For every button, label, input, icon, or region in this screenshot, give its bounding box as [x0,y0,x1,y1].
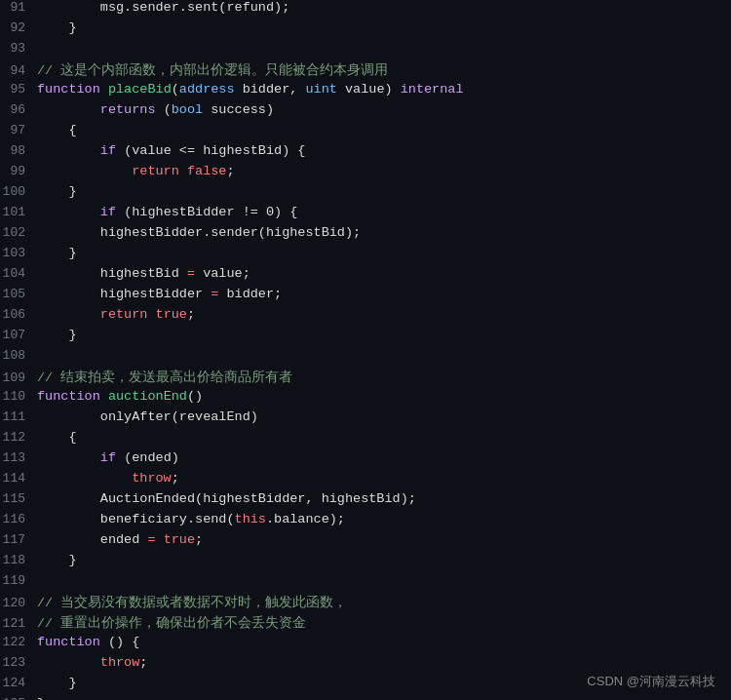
line-content: } [37,246,723,260]
line-content: AuctionEnded(highestBidder, highestBid); [37,491,723,506]
code-line: 106 return true; [0,307,731,328]
code-line: 109// 结束拍卖，发送最高出价给商品所有者 [0,369,731,389]
line-number: 116 [0,512,37,526]
line-number: 107 [0,328,37,342]
line-number: 114 [0,471,37,486]
code-line: 94// 这是个内部函数，内部出价逻辑。只能被合约本身调用 [0,61,731,82]
line-number: 110 [0,389,37,404]
line-content: highestBid = value; [37,266,723,281]
line-number: 119 [0,573,37,588]
code-line: 95function placeBid(address bidder, uint… [0,82,731,102]
line-number: 106 [0,307,37,322]
line-number: 108 [0,348,37,363]
code-line: 111 onlyAfter(revealEnd) [0,409,731,430]
line-content: { [37,430,723,445]
code-line: 100 } [0,184,731,205]
line-number: 103 [0,246,37,260]
line-number: 115 [0,491,37,506]
line-content: function placeBid(address bidder, uint v… [37,82,723,97]
code-line: 107 } [0,328,731,348]
line-content: } [37,184,723,199]
code-line: 122function () { [0,635,731,655]
line-number: 121 [0,616,37,631]
line-content: ended = true; [37,532,723,547]
code-line: 91 msg.sender.sent(refund); [0,0,731,20]
line-content: return false; [37,164,723,178]
line-content: if (highestBidder != 0) { [37,205,723,219]
line-number: 112 [0,430,37,445]
line-content: } [37,328,723,342]
line-content: returns (bool success) [37,102,723,117]
line-content: function () { [37,635,723,649]
code-line: 119 [0,573,731,594]
line-content: throw; [37,655,723,670]
line-number: 93 [0,41,37,56]
code-line: 117 ended = true; [0,532,731,553]
line-content: // 当交易没有数据或者数据不对时，触发此函数， [37,594,723,611]
line-content: msg.sender.sent(refund); [37,0,723,15]
code-line: 113 if (ended) [0,450,731,471]
line-number: 92 [0,20,37,35]
line-number: 96 [0,102,37,117]
line-number: 117 [0,532,37,547]
code-line: 105 highestBidder = bidder; [0,287,731,307]
line-number: 123 [0,655,37,670]
code-line: 98 if (value <= highestBid) { [0,143,731,164]
line-content: { [37,123,723,137]
code-line: 112 { [0,430,731,450]
line-number: 109 [0,370,37,385]
line-number: 99 [0,164,37,178]
line-content: function auctionEnd() [37,389,723,404]
code-line: 125} [0,696,731,700]
line-number: 124 [0,676,37,690]
code-line: 104 highestBid = value; [0,266,731,287]
line-content: } [37,553,723,567]
code-editor: 91 msg.sender.sent(refund);92 }9394// 这是… [0,0,731,700]
code-content: 91 msg.sender.sent(refund);92 }9394// 这是… [0,0,731,700]
line-number: 105 [0,287,37,301]
code-line: 102 highestBidder.sender(highestBid); [0,225,731,246]
code-line: 121// 重置出价操作，确保出价者不会丢失资金 [0,614,731,635]
code-line: 116 beneficiary.send(this.balance); [0,512,731,532]
line-number: 104 [0,266,37,281]
line-number: 98 [0,143,37,158]
code-line: 93 [0,41,731,61]
code-line: 103 } [0,246,731,266]
code-line: 120// 当交易没有数据或者数据不对时，触发此函数， [0,594,731,614]
line-number: 94 [0,63,37,78]
code-line: 99 return false; [0,164,731,184]
line-content: onlyAfter(revealEnd) [37,409,723,424]
line-content: // 这是个内部函数，内部出价逻辑。只能被合约本身调用 [37,61,723,79]
line-content: return true; [37,307,723,322]
code-line: 101 if (highestBidder != 0) { [0,205,731,225]
line-content: if (ended) [37,450,723,465]
line-number: 111 [0,409,37,424]
watermark: CSDN @河南漫云科技 [587,673,715,690]
line-number: 122 [0,635,37,649]
line-number: 101 [0,205,37,219]
line-content: throw; [37,471,723,486]
code-line: 110function auctionEnd() [0,389,731,409]
code-line: 108 [0,348,731,369]
line-number: 118 [0,553,37,567]
line-number: 97 [0,123,37,137]
line-content: beneficiary.send(this.balance); [37,512,723,526]
line-content: // 重置出价操作，确保出价者不会丢失资金 [37,614,723,632]
code-line: 114 throw; [0,471,731,491]
line-number: 102 [0,225,37,240]
line-number: 120 [0,596,37,610]
line-content: highestBidder = bidder; [37,287,723,301]
line-content: if (value <= highestBid) { [37,143,723,158]
line-number: 125 [0,696,37,700]
line-number: 95 [0,82,37,97]
line-number: 91 [0,0,37,15]
code-line: 118 } [0,553,731,573]
code-line: 92 } [0,20,731,41]
code-line: 97 { [0,123,731,143]
code-line: 115 AuctionEnded(highestBidder, highestB… [0,491,731,512]
line-number: 113 [0,450,37,465]
line-content: } [37,696,723,700]
line-content: } [37,20,723,35]
code-line: 96 returns (bool success) [0,102,731,123]
line-content: // 结束拍卖，发送最高出价给商品所有者 [37,369,723,386]
